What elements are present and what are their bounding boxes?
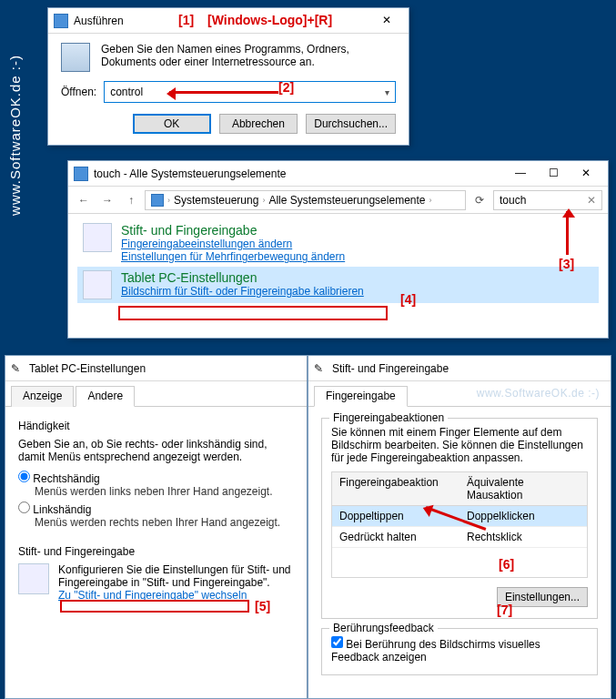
settings-button[interactable]: Einstellungen...: [497, 587, 588, 607]
pen-icon: [83, 223, 112, 252]
run-titlebar: Ausführen ✕: [48, 8, 409, 34]
run-title: Ausführen: [74, 15, 370, 27]
pen-titlebar: ✎ Stift- und Fingereingabe: [308, 356, 611, 381]
table-row-doubletap[interactable]: Doppeltippen Doppelklicken: [332, 506, 587, 527]
touch-actions-prompt: Sie können mit einem Finger Elemente auf…: [331, 426, 588, 464]
cell-action: Doppeltippen: [332, 506, 459, 526]
cp-titlebar: touch - Alle Systemsteuerungselemente — …: [68, 161, 608, 187]
radio-left-handed[interactable]: Linkshändig: [18, 503, 91, 516]
result-title: Tablet PC-Einstellungen: [121, 270, 364, 285]
touch-actions-legend: Fingereingabeaktionen: [329, 411, 448, 424]
open-value: control: [110, 86, 143, 98]
breadcrumb-icon: [151, 194, 164, 207]
run-prompt-text: Geben Sie den Namen eines Programms, Ord…: [101, 43, 396, 72]
close-icon[interactable]: ✕: [570, 165, 602, 183]
watermark-sidebar: www.SoftwareOK.de :-): [7, 55, 23, 216]
result-link-calibrate[interactable]: Bildschirm für Stift- oder Fingereingabe…: [121, 285, 364, 298]
pen-dialog-icon: ✎: [314, 362, 327, 375]
search-value: touch: [500, 194, 526, 207]
tablet-titlebar: ✎ Tablet PC-Einstellungen: [5, 356, 307, 381]
result-item-tablet-pc[interactable]: Tablet PC-Einstellungen Bildschirm für S…: [77, 267, 599, 303]
breadcrumb[interactable]: › Systemsteuerung › Alle Systemsteuerung…: [145, 190, 466, 210]
visual-feedback-label: Bei Berührung des Bildschirms visuelles …: [331, 638, 540, 664]
ok-button[interactable]: OK: [133, 114, 211, 134]
left-hint: Menüs werden rechts neben Ihrer Hand ang…: [35, 516, 294, 529]
chevron-right-icon: ›: [262, 196, 265, 205]
radio-right-handed[interactable]: Rechtshändig: [18, 472, 100, 485]
radio-left-label: Linkshändig: [33, 503, 91, 516]
cell-action: Gedrückt halten: [332, 527, 459, 547]
tablet-title: Tablet PC-Einstellungen: [29, 362, 301, 375]
pen-touch-dialog: ✎ Stift- und Fingereingabe Fingereingabe…: [308, 355, 611, 699]
tablet-icon: [83, 270, 112, 299]
handedness-heading: Händigkeit: [18, 420, 294, 432]
maximize-icon[interactable]: ☐: [537, 165, 570, 183]
tab-anzeige[interactable]: Anzeige: [11, 386, 74, 407]
col-header-mouse: Äquivalente Mausaktion: [459, 472, 587, 505]
close-icon[interactable]: ✕: [370, 12, 403, 30]
open-combobox[interactable]: control ▾: [104, 81, 396, 103]
up-button[interactable]: ↑: [121, 194, 141, 207]
control-panel-window: touch - Alle Systemsteuerungselemente — …: [67, 160, 609, 339]
pen-touch-link[interactable]: Zu "Stift- und Fingereingabe" wechseln: [58, 589, 247, 602]
tablet-pc-settings-dialog: ✎ Tablet PC-Einstellungen Anzeige Andere…: [5, 355, 308, 699]
touch-feedback-group: Berührungsfeedback Bei Berührung des Bil…: [321, 628, 598, 675]
search-input[interactable]: touch ✕: [493, 190, 602, 210]
clear-search-icon[interactable]: ✕: [587, 194, 596, 207]
cell-mouse: Doppelklicken: [459, 506, 587, 526]
visual-feedback-checkbox[interactable]: Bei Berührung des Bildschirms visuelles …: [331, 638, 540, 664]
pen-section-heading: Stift- und Fingereingabe: [18, 545, 294, 558]
chevron-right-icon: ›: [429, 196, 431, 205]
control-panel-icon: [74, 167, 88, 181]
radio-right-label: Rechtshändig: [33, 472, 99, 485]
refresh-icon[interactable]: ⟳: [470, 194, 490, 207]
watermark-inline: www.SoftwareOK.de :-): [477, 387, 600, 400]
result-item-pen-touch[interactable]: Stift- und Fingereingabe Fingereingabeei…: [77, 219, 599, 267]
pen-section-icon: [18, 563, 49, 594]
back-button[interactable]: ←: [74, 194, 94, 207]
cp-navbar: ← → ↑ › Systemsteuerung › Alle Systemste…: [68, 187, 608, 214]
tablet-dialog-icon: ✎: [11, 362, 24, 375]
handedness-prompt: Geben Sie an, ob Sie rechts- oder linksh…: [18, 438, 294, 463]
run-app-icon: [54, 14, 68, 28]
open-label: Öffnen:: [61, 86, 96, 98]
browse-button[interactable]: Durchsuchen...: [306, 114, 396, 134]
cp-title: touch - Alle Systemsteuerungselemente: [94, 167, 504, 180]
touch-actions-table: Fingereingabeaktion Äquivalente Mausakti…: [331, 471, 588, 578]
tab-fingereingabe[interactable]: Fingereingabe: [314, 386, 408, 407]
pen-title: Stift- und Fingereingabe: [332, 362, 605, 375]
table-row-presshold[interactable]: Gedrückt halten Rechtsklick: [332, 527, 587, 548]
touch-feedback-legend: Berührungsfeedback: [329, 622, 438, 634]
pen-section-prompt: Konfigurieren Sie die Einstellungen für …: [58, 563, 294, 589]
forward-button[interactable]: →: [97, 194, 117, 207]
crumb-1[interactable]: Systemsteuerung: [174, 194, 258, 207]
right-hint: Menüs werden links neben Ihrer Hand ange…: [35, 485, 294, 498]
result-title: Stift- und Fingereingabe: [121, 223, 345, 238]
tab-andere[interactable]: Andere: [76, 386, 135, 407]
run-dialog: Ausführen ✕ Geben Sie den Namen eines Pr…: [47, 7, 409, 146]
result-link[interactable]: Einstellungen für Mehrfingerbewegung änd…: [121, 250, 345, 263]
run-prompt-icon: [61, 43, 90, 72]
chevron-right-icon: ›: [167, 196, 170, 205]
result-link[interactable]: Fingereingabeeinstellungen ändern: [121, 238, 345, 250]
cancel-button[interactable]: Abbrechen: [219, 114, 298, 134]
cell-mouse: Rechtsklick: [459, 527, 587, 547]
crumb-2[interactable]: Alle Systemsteuerungselemente: [268, 194, 425, 207]
touch-actions-group: Fingereingabeaktionen Sie können mit ein…: [321, 418, 598, 619]
minimize-icon[interactable]: —: [504, 165, 537, 183]
chevron-down-icon[interactable]: ▾: [385, 87, 389, 97]
col-header-action: Fingereingabeaktion: [332, 472, 459, 505]
